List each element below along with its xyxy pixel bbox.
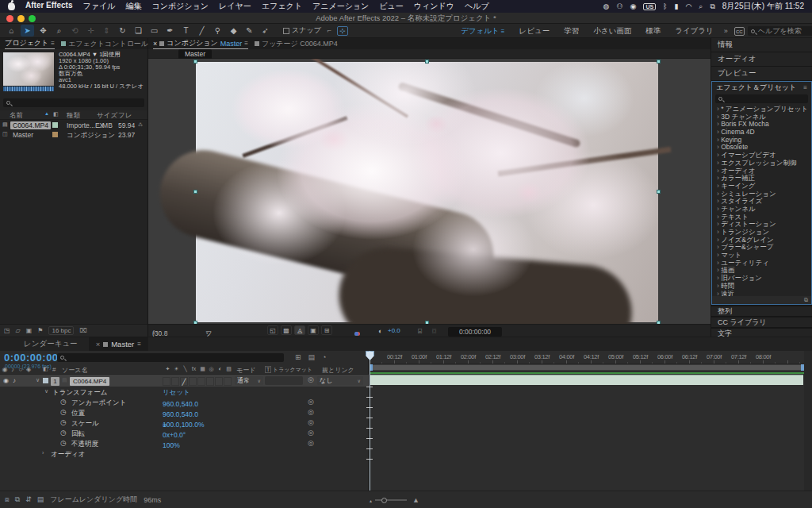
audio-group-row[interactable]: › オーディオ <box>0 448 369 459</box>
motion-blur-toggle-icon[interactable]: ⧉ <box>15 495 20 504</box>
trkmat-column[interactable]: トラックマット <box>273 366 312 374</box>
shape-tool[interactable]: ▭ <box>147 25 161 37</box>
live-update-icon[interactable]: ▤ <box>308 353 316 361</box>
panel-menu-icon[interactable]: ≡ <box>244 40 248 47</box>
camera-tool[interactable]: ❏ <box>132 25 145 37</box>
menu-item[interactable]: ウィンドウ <box>414 1 454 12</box>
group-expander[interactable]: › <box>42 450 44 456</box>
control-center-icon[interactable]: ⧉ <box>710 2 714 11</box>
zoom-out-icon[interactable]: ▴ <box>370 498 372 503</box>
parent-link-column[interactable]: 親とリンク <box>322 366 354 375</box>
mode-column[interactable]: モード <box>236 366 255 375</box>
adjustment-layer-icon[interactable]: ◐ <box>216 366 224 372</box>
menu-item[interactable]: After Effects <box>25 1 72 12</box>
sort-ascending-icon[interactable]: ▲ <box>44 111 49 116</box>
fx-icon[interactable]: fx <box>190 366 197 372</box>
snap-extend-icon[interactable]: ⊹ <box>337 26 348 36</box>
zoom-slider-track[interactable] <box>375 499 407 501</box>
work-area-bar[interactable] <box>370 364 804 371</box>
collapse-switch[interactable] <box>171 377 179 386</box>
hand-tool[interactable]: ✥ <box>36 25 50 37</box>
zoom-in-icon[interactable]: ▲ <box>412 496 419 504</box>
adjustment-switch[interactable] <box>215 377 223 386</box>
workspace-tab[interactable]: デフォルト <box>454 26 512 37</box>
comp-mini-flowchart-icon[interactable]: ⊞ <box>295 353 301 361</box>
frame-blend-switch[interactable] <box>197 377 205 386</box>
timeline-search-field[interactable] <box>57 353 284 362</box>
stopwatch-icon[interactable]: ◷ <box>60 429 67 437</box>
new-folder-icon[interactable]: ▱ <box>16 327 21 334</box>
timeline-zoom-slider[interactable]: ▴ ▲ <box>370 496 419 504</box>
pan-camera-tool[interactable]: ✛ <box>84 25 98 37</box>
workspace-tab[interactable]: 標準 <box>638 26 668 37</box>
menu-item[interactable]: アニメーション <box>312 1 369 12</box>
zoom-tool[interactable]: ⌕ <box>52 25 66 37</box>
layer-row[interactable]: ◉ ♪ ∨ 1 ▤ C0064.MP4 ╱ 通常∨ ◎ なし∨ <box>0 375 369 387</box>
stopwatch-icon[interactable]: ◷ <box>60 418 67 426</box>
selection-tool[interactable]: ➤ <box>21 25 34 37</box>
layer-name[interactable]: C0064.MP4 <box>70 377 109 386</box>
time-ruler[interactable]: 0f00:12f01:00f01:12f02:00f02:12f03:00f03… <box>370 351 804 364</box>
motion-blur-icon[interactable]: ◎ <box>208 366 215 372</box>
layer-label-swatch[interactable] <box>43 378 48 383</box>
collapsed-panel-tab[interactable]: プレビュー <box>711 67 812 80</box>
add-keyframe-icon[interactable]: ◎ <box>308 418 314 426</box>
playhead-line[interactable] <box>370 351 370 491</box>
battery-icon[interactable]: ▮ <box>675 2 679 10</box>
orbit-camera-tool[interactable]: ⟲ <box>68 25 82 37</box>
wifi-icon[interactable]: ◠ <box>685 2 691 10</box>
collapsed-panel-tab[interactable]: オーディオ <box>711 52 812 66</box>
video-visibility-icon[interactable]: ◉ <box>1 366 9 373</box>
label-color-swatch[interactable] <box>52 132 58 137</box>
auto-keyframe-icon[interactable]: ⇵ <box>25 495 32 504</box>
dolly-camera-tool[interactable]: ⇕ <box>100 25 113 37</box>
threed-layer-icon[interactable]: ▧ <box>225 366 232 372</box>
menubar-clock[interactable]: 8月25日(木) 午前 11:52 <box>722 1 804 12</box>
show-snapshot-icon[interactable]: ⌼ <box>432 327 436 336</box>
screen-record-icon[interactable]: ◉ <box>630 2 637 10</box>
group-name[interactable]: オーディオ <box>51 450 85 460</box>
shy-icon[interactable]: ✦ <box>164 366 171 372</box>
workspace-tab[interactable]: ライブラリ <box>668 26 721 37</box>
fx-switch[interactable] <box>189 377 197 386</box>
selection-handle[interactable] <box>657 190 661 194</box>
collapsed-panel-tab[interactable]: 整列 <box>711 306 812 316</box>
collapse-icon[interactable]: ☀ <box>173 366 180 372</box>
lock-icon[interactable]: ◈ <box>25 366 33 373</box>
selection-handle[interactable] <box>193 190 197 194</box>
close-tab-icon[interactable]: × <box>96 340 101 348</box>
add-keyframe-icon[interactable]: ◎ <box>308 408 314 416</box>
view-layout-icon[interactable]: ⊞ <box>321 325 332 335</box>
work-area-track[interactable] <box>371 365 802 370</box>
quality-icon[interactable]: ╲ <box>182 366 189 372</box>
pen-tool[interactable]: ✒ <box>163 25 177 37</box>
eraser-tool[interactable]: ◆ <box>227 25 240 37</box>
panel-menu-icon[interactable]: ≡ <box>137 341 141 348</box>
roto-brush-tool[interactable]: ✎ <box>243 25 256 37</box>
column-size[interactable]: サイズ <box>97 111 117 121</box>
current-timecode[interactable]: 0:00:00:00 <box>4 352 59 364</box>
effects-presets-header[interactable]: エフェクト＆プリセット ≡ <box>712 82 811 93</box>
workspace-tab[interactable]: 小さい画面 <box>586 26 638 37</box>
stopwatch-icon[interactable]: ◷ <box>60 408 67 416</box>
audio-visibility-icon[interactable]: ♪ <box>9 366 17 373</box>
help-search-field[interactable]: ヘルプを検索 <box>748 26 812 36</box>
menu-item[interactable]: ファイル <box>82 1 115 12</box>
interpret-footage-icon[interactable]: ◳ <box>4 327 10 334</box>
clone-stamp-tool[interactable]: ⚲ <box>211 25 224 37</box>
layer-video-icon[interactable]: ◉ <box>3 377 9 384</box>
collapsed-panel-tab[interactable]: CC ライブラリ <box>711 318 812 327</box>
type-tool[interactable]: T <box>179 25 193 37</box>
exposure-value[interactable]: +0.0 <box>388 327 400 334</box>
bit-depth-indicator[interactable]: 16 bpc <box>48 326 74 335</box>
transform-group-row[interactable]: ∨ トランスフォーム リセット <box>0 387 369 397</box>
property-row[interactable]: ◷ スケール ∞ 100.0,100.0% ◎ <box>0 418 369 428</box>
add-keyframe-icon[interactable]: ◎ <box>308 439 314 447</box>
trash-icon[interactable]: ⌧ <box>79 327 86 334</box>
menu-item[interactable]: コンポジション <box>151 1 209 12</box>
tab-effect-controls[interactable]: エフェクトコントロール C <box>61 38 155 49</box>
composition-canvas[interactable] <box>148 59 710 324</box>
home-tool[interactable]: ⌂ <box>5 25 18 37</box>
snap-toggle[interactable]: スナップ <box>283 25 321 36</box>
project-table-row[interactable]: ◫ Master コンポジション 23.97 <box>0 130 147 140</box>
